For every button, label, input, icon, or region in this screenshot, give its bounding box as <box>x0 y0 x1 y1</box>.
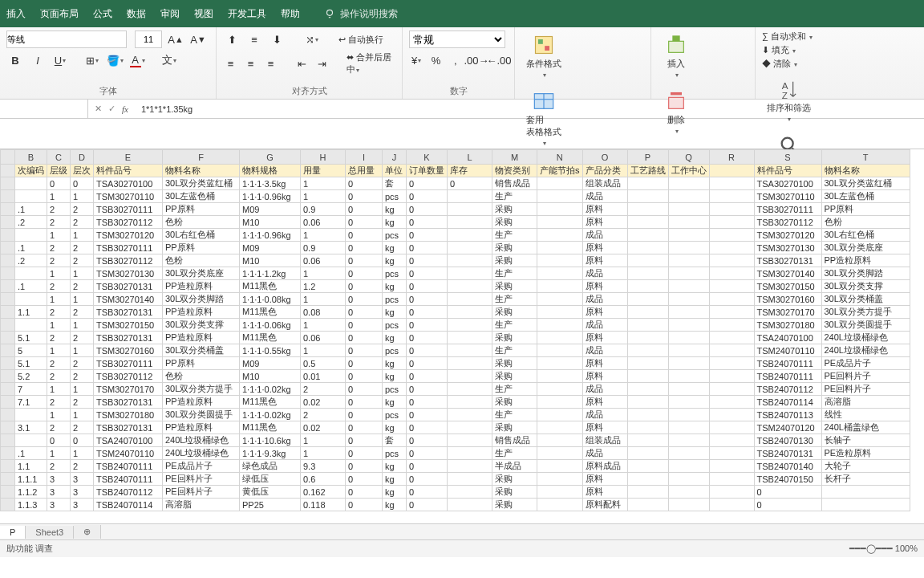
cell[interactable]: PP造粒原料 <box>163 306 240 319</box>
cell[interactable] <box>709 332 754 344</box>
cell[interactable] <box>627 280 668 293</box>
cell[interactable]: TSM30270130 <box>94 267 163 280</box>
cell[interactable]: 原料 <box>582 332 627 344</box>
header-cell[interactable]: 料件品号 <box>94 165 163 177</box>
cell[interactable]: TSB24070114 <box>754 396 821 409</box>
cell[interactable]: 原料 <box>582 370 627 383</box>
cell[interactable] <box>448 421 492 434</box>
cell[interactable] <box>668 370 709 383</box>
cell[interactable]: 大轮子 <box>821 460 910 473</box>
cell[interactable] <box>537 499 583 511</box>
phonetic-button[interactable]: 文▾ <box>160 51 178 69</box>
cell[interactable]: TSM24070120 <box>754 421 821 434</box>
tell-me-search[interactable]: 操作说明搜索 <box>324 7 398 21</box>
cell[interactable]: TSB24070111 <box>94 473 163 486</box>
cell[interactable]: 1.1 <box>15 460 47 473</box>
cell[interactable] <box>709 409 754 421</box>
cell[interactable] <box>537 421 583 434</box>
font-size-input[interactable] <box>135 31 162 48</box>
cell[interactable]: 1 <box>301 319 346 332</box>
cell[interactable]: PE回料片子 <box>163 473 240 486</box>
col-header[interactable]: F <box>163 150 240 165</box>
col-header[interactable]: K <box>407 150 448 165</box>
cell[interactable]: 1 <box>47 344 71 357</box>
cell[interactable] <box>627 177 668 190</box>
cell[interactable]: 生产 <box>492 293 537 306</box>
cell[interactable]: TSM30270120 <box>94 229 163 242</box>
cell[interactable]: 30L双分类支撑 <box>163 319 240 332</box>
cell[interactable]: TSB30270131 <box>94 332 163 344</box>
cell[interactable]: 色粉 <box>821 216 910 229</box>
cell[interactable] <box>668 267 709 280</box>
cell[interactable] <box>448 486 492 499</box>
cell[interactable] <box>709 267 754 280</box>
cell[interactable]: 1 <box>47 383 71 396</box>
col-header[interactable]: O <box>582 150 627 165</box>
cell[interactable]: 生产 <box>492 190 537 203</box>
cell[interactable]: 0 <box>407 203 448 216</box>
cell[interactable] <box>537 280 583 293</box>
cell[interactable]: kg <box>383 332 407 344</box>
align-bottom-icon[interactable]: ⬇ <box>268 31 286 48</box>
orientation-icon[interactable]: ⤭▾ <box>303 31 321 48</box>
cell[interactable]: 黄低压 <box>240 486 301 499</box>
cell[interactable]: 采购 <box>492 332 537 344</box>
cell[interactable]: 2 <box>71 357 94 370</box>
cell[interactable]: 0 <box>407 486 448 499</box>
cell[interactable]: 0 <box>346 409 383 421</box>
cell[interactable] <box>448 344 492 357</box>
cell[interactable] <box>537 409 583 421</box>
cell[interactable]: TSM30270120 <box>754 229 821 242</box>
cell[interactable]: 0 <box>407 216 448 229</box>
cell[interactable]: 2 <box>47 242 71 254</box>
cell[interactable]: PE回料片子 <box>821 383 910 396</box>
bold-button[interactable]: B <box>6 51 24 69</box>
cell[interactable] <box>709 293 754 306</box>
cell[interactable]: 1·1·1·0.96kg <box>240 229 301 242</box>
cell[interactable]: TSM30270140 <box>94 293 163 306</box>
cell[interactable] <box>448 242 492 254</box>
cell[interactable]: 组装成品 <box>582 434 627 447</box>
cell[interactable]: 1 <box>301 177 346 190</box>
row-header[interactable] <box>1 293 15 306</box>
cell[interactable]: 1 <box>47 447 71 460</box>
cell[interactable] <box>537 267 583 280</box>
cell[interactable]: 1·1·1·0.96kg <box>240 190 301 203</box>
formula-input[interactable]: 1*1*1*1.35kg <box>135 104 924 114</box>
cell[interactable] <box>627 344 668 357</box>
cell[interactable]: 采购 <box>492 499 537 511</box>
cell[interactable]: 3 <box>47 486 71 499</box>
cell[interactable] <box>537 486 583 499</box>
cell[interactable]: 1 <box>301 344 346 357</box>
underline-button[interactable]: U▾ <box>51 51 69 69</box>
cell[interactable]: 0 <box>346 216 383 229</box>
cell[interactable]: kg <box>383 370 407 383</box>
cell[interactable]: 生产 <box>492 409 537 421</box>
cell[interactable]: 2 <box>71 203 94 216</box>
cell[interactable]: TSM30270110 <box>94 190 163 203</box>
cell[interactable]: TSB24070111 <box>754 357 821 370</box>
align-middle-icon[interactable]: ≡ <box>245 31 263 48</box>
sheet-tab-2[interactable]: Sheet3 <box>26 526 74 539</box>
cell[interactable] <box>627 332 668 344</box>
cell[interactable]: 1·1·1·0.06kg <box>240 319 301 332</box>
row-header[interactable] <box>1 460 15 473</box>
cell[interactable]: 组装成品 <box>582 177 627 190</box>
cell[interactable]: 5.1 <box>15 332 47 344</box>
row-header[interactable] <box>1 177 15 190</box>
cell[interactable]: 原料 <box>582 357 627 370</box>
cell[interactable]: TSB30270112 <box>94 254 163 267</box>
header-cell[interactable]: 层级 <box>47 165 71 177</box>
insert-cells-button[interactable]: 插入▾ <box>658 31 695 82</box>
header-cell[interactable]: 库存 <box>448 165 492 177</box>
cell[interactable]: 1 <box>71 293 94 306</box>
cell[interactable]: 30L双分类脚踏 <box>821 267 910 280</box>
cell[interactable] <box>448 434 492 447</box>
cell[interactable]: 0 <box>407 421 448 434</box>
cell[interactable] <box>537 229 583 242</box>
cell[interactable]: 2 <box>301 409 346 421</box>
cell[interactable]: 0 <box>407 190 448 203</box>
cell[interactable]: 0 <box>407 319 448 332</box>
cell[interactable] <box>668 383 709 396</box>
cell[interactable]: pcs <box>383 319 407 332</box>
